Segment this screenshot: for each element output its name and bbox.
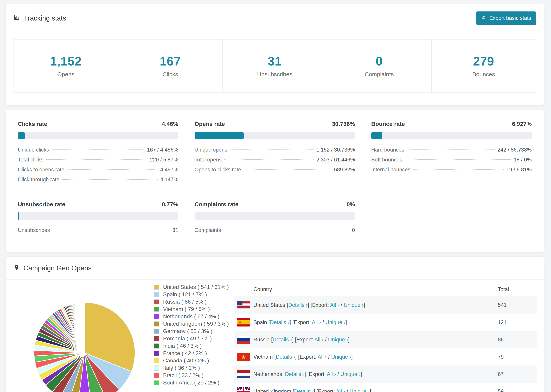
geo-table-row-nl: Netherlands [Details ›] [Export: All › /… bbox=[234, 365, 537, 383]
legend-swatch bbox=[154, 365, 159, 371]
export-all-link[interactable]: All › bbox=[327, 371, 336, 377]
rate-row-value: 1,152 / 30.736% bbox=[316, 147, 355, 153]
rate-progress-fill bbox=[18, 212, 19, 220]
legend-swatch bbox=[154, 380, 159, 385]
legend-swatch bbox=[154, 343, 159, 349]
export-button-label: Export basic stats bbox=[489, 15, 531, 21]
rate-progress-track bbox=[371, 132, 532, 139]
export-all-link[interactable]: All › bbox=[318, 354, 327, 360]
legend-label: Vietnam ( 79 / 5% ) bbox=[163, 306, 210, 312]
export-unique-link[interactable]: Unique › bbox=[331, 354, 351, 360]
export-all-link[interactable]: All › bbox=[312, 319, 321, 325]
details-link[interactable]: Details › bbox=[270, 319, 290, 325]
dotted-leader bbox=[53, 230, 170, 230]
export-all-link[interactable]: All › bbox=[336, 388, 345, 392]
rate-row-label: Clicks to opens rate bbox=[18, 167, 64, 173]
export-basic-stats-button[interactable]: Export basic stats bbox=[476, 11, 536, 25]
export-all-link[interactable]: All › bbox=[315, 336, 324, 343]
summary-stats-row: 1,152Opens167Clicks31Unsubscribes0Compla… bbox=[14, 39, 536, 92]
legend-swatch bbox=[154, 292, 159, 297]
geo-table-row-us: United States [Details ›] [Export: All ›… bbox=[234, 296, 537, 314]
legend-swatch bbox=[154, 351, 159, 356]
rate-progress-fill bbox=[18, 132, 25, 139]
geo-pie-chart bbox=[31, 300, 138, 392]
rate-row: Clicks to opens rate14.497% bbox=[18, 167, 178, 176]
dotted-leader bbox=[224, 159, 313, 160]
legend-item-united-kingdom: United Kingdom ( 59 / 3% ) bbox=[154, 320, 234, 328]
rate-row: Soft bounces18 / 0% bbox=[371, 157, 532, 167]
rate-title: Unsubscribe rate bbox=[18, 201, 65, 208]
rate-row-label: Total clicks bbox=[18, 157, 43, 163]
country-column-header: Country bbox=[234, 286, 498, 293]
country-total: 79 bbox=[498, 354, 537, 360]
export-all-link[interactable]: All › bbox=[330, 302, 339, 308]
dotted-leader bbox=[62, 179, 158, 180]
rate-row: Opens to clicks rate689.82% bbox=[195, 167, 355, 176]
rate-progress-track bbox=[18, 132, 178, 139]
rate-row-value: 14.497% bbox=[157, 167, 178, 173]
export-unique-link[interactable]: Unique › bbox=[344, 302, 364, 308]
ru-flag-icon bbox=[237, 336, 250, 344]
dotted-leader bbox=[46, 159, 147, 160]
country-name: Russia bbox=[254, 336, 270, 343]
stat-label: Clicks bbox=[120, 71, 221, 78]
rates-card: Clicks rate4.46%Unique clicks167 / 4.456… bbox=[6, 110, 544, 252]
legend-item-spain: Spain ( 121 / 7% ) bbox=[154, 291, 234, 298]
rate-block-opens-rate: Opens rate30.736%Unique opens1,152 / 30.… bbox=[195, 121, 355, 186]
export-label: [Export: bbox=[295, 336, 313, 343]
rate-progress-track bbox=[18, 212, 178, 220]
country-name: Netherlands bbox=[254, 371, 282, 377]
export-unique-link[interactable]: Unique › bbox=[350, 388, 370, 392]
rate-row-value: 2,303 / 61.446% bbox=[316, 157, 355, 163]
legend-label: South Africa ( 29 / 2% ) bbox=[163, 379, 219, 386]
details-link[interactable]: Details › bbox=[288, 302, 308, 308]
rate-row-label: Click through rate bbox=[18, 176, 59, 183]
legend-item-russia: Russia ( 86 / 5% ) bbox=[154, 298, 234, 305]
rate-row-label: Total opens bbox=[195, 157, 222, 163]
details-link[interactable]: Details › bbox=[285, 371, 304, 377]
legend-swatch bbox=[154, 358, 159, 363]
map-pin-icon bbox=[14, 264, 20, 272]
rate-row-label: Soft bounces bbox=[371, 157, 402, 163]
rates-grid: Clicks rate4.46%Unique clicks167 / 4.456… bbox=[6, 110, 544, 252]
legend-label: Spain ( 121 / 7% ) bbox=[163, 291, 207, 298]
legend-item-brazil: Brazil ( 33 / 2% ) bbox=[154, 372, 234, 379]
dotted-leader bbox=[67, 169, 155, 170]
rate-row-label: Unique opens bbox=[195, 147, 227, 153]
us-flag-icon bbox=[237, 301, 250, 309]
rate-row: Unsubscribes31 bbox=[18, 227, 178, 237]
legend-label: France ( 42 / 2% ) bbox=[163, 350, 207, 357]
total-column-header: Total bbox=[498, 286, 537, 293]
geo-card-header: Campaign Geo Opens bbox=[6, 257, 544, 280]
dotted-leader bbox=[405, 159, 511, 160]
legend-item-canada: Canada ( 40 / 2% ) bbox=[154, 357, 234, 364]
geo-table-header: Country Total bbox=[234, 282, 537, 296]
rate-percent: 6.927% bbox=[512, 121, 532, 127]
export-unique-link[interactable]: Unique › bbox=[328, 336, 348, 343]
country-total: 67 bbox=[498, 371, 537, 377]
campaign-geo-opens-card: Campaign Geo Opens United States ( 541 /… bbox=[6, 257, 544, 392]
details-link[interactable]: Details › bbox=[273, 336, 292, 343]
dotted-leader bbox=[413, 169, 504, 170]
rate-row: Unique opens1,152 / 30.736% bbox=[195, 147, 355, 157]
stat-label: Bounces bbox=[433, 71, 534, 78]
geo-section-title: Campaign Geo Opens bbox=[23, 264, 92, 272]
rate-row-label: Complaints bbox=[195, 227, 221, 233]
tracking-stats-title: Tracking stats bbox=[14, 14, 66, 22]
legend-swatch bbox=[154, 329, 159, 334]
geo-table-row-es: Spain [Details ›] [Export: All › / Uniqu… bbox=[234, 314, 537, 331]
export-unique-link[interactable]: Unique › bbox=[340, 371, 360, 377]
legend-label: Germany ( 55 / 3% ) bbox=[163, 328, 212, 334]
rate-row-value: 18 / 0% bbox=[514, 157, 532, 163]
geo-table-row-ru: Russia [Details ›] [Export: All › / Uniq… bbox=[234, 331, 537, 348]
details-link[interactable]: Details › bbox=[276, 354, 295, 360]
gb-flag-icon bbox=[237, 387, 250, 392]
legend-item-vietnam: Vietnam ( 79 / 5% ) bbox=[154, 305, 234, 313]
stat-value: 1,152 bbox=[15, 54, 116, 68]
country-total: 86 bbox=[498, 336, 537, 343]
legend-item-italy: Italy ( 36 / 2% ) bbox=[154, 364, 234, 372]
legend-label: Russia ( 86 / 5% ) bbox=[163, 299, 206, 305]
export-unique-link[interactable]: Unique › bbox=[325, 319, 345, 325]
es-flag-icon bbox=[237, 318, 250, 327]
details-link[interactable]: Details › bbox=[294, 388, 314, 392]
